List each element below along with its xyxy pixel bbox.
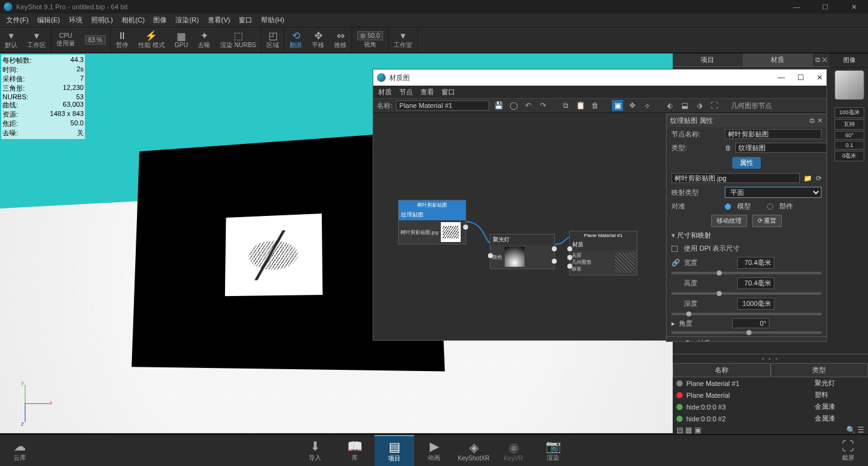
- menu-window[interactable]: 窗口: [235, 14, 256, 26]
- screenshot-button[interactable]: ⛶截屏: [828, 435, 868, 466]
- prop-undock-icon[interactable]: ⧉: [810, 117, 815, 125]
- use-dpi-checkbox[interactable]: [671, 246, 678, 252]
- project-button[interactable]: ▤项目: [374, 435, 414, 466]
- tool-link-icon[interactable]: ⟡: [642, 100, 653, 111]
- menu-edit[interactable]: 编辑(E): [33, 14, 64, 26]
- table-row[interactable]: hide:0:0:0 #3金属漆: [673, 401, 868, 413]
- keyvr-button[interactable]: ◉KeyVR: [494, 435, 533, 466]
- menu-file[interactable]: 文件(F): [2, 14, 32, 26]
- minimize-button[interactable]: —: [782, 0, 811, 14]
- param-4[interactable]: 0.1: [835, 141, 864, 150]
- library-button[interactable]: 📖库: [335, 435, 374, 466]
- close-button[interactable]: ✕: [839, 0, 868, 14]
- align-part-radio[interactable]: [767, 204, 773, 210]
- gpu-button[interactable]: ▦GPU: [170, 27, 193, 53]
- tab-attributes[interactable]: 属性: [732, 157, 761, 169]
- redo-icon[interactable]: ↷: [538, 100, 549, 111]
- dialog-maximize-button[interactable]: ☐: [797, 73, 804, 82]
- align-model-radio[interactable]: [725, 204, 731, 210]
- align-left-icon[interactable]: ⬖: [664, 100, 675, 111]
- menu-image[interactable]: 图像: [149, 14, 170, 26]
- move-texture-button[interactable]: 移动纹理: [711, 215, 747, 227]
- tab-project[interactable]: 项目: [673, 53, 743, 66]
- menu-help[interactable]: 帮助(H): [257, 14, 288, 26]
- node-name-input[interactable]: [725, 129, 822, 139]
- table-row[interactable]: Plane Material #1聚光灯: [673, 377, 868, 389]
- width-value[interactable]: 70.4毫米: [737, 257, 774, 269]
- tumble-button[interactable]: ⟲翻滚: [285, 27, 307, 53]
- cpu-button[interactable]: CPU使用量: [51, 27, 80, 53]
- cpu-usage-value[interactable]: 83 %: [80, 27, 110, 53]
- texture-node[interactable]: 树叶剪影贴图 纹理贴图 树叶剪影贴图.jpg: [398, 200, 466, 244]
- trash-icon[interactable]: 🗑: [725, 144, 732, 151]
- height-slider[interactable]: [671, 292, 822, 295]
- save-icon[interactable]: 💾: [493, 100, 504, 111]
- param-2[interactable]: 瓦特: [835, 119, 864, 130]
- nurbs-button[interactable]: ⬚渲染 NURBS: [215, 27, 261, 53]
- delete-icon[interactable]: 🗑: [590, 100, 601, 111]
- width-slider[interactable]: [671, 272, 822, 274]
- maptype-select[interactable]: 平面: [725, 187, 822, 198]
- menu-view[interactable]: 查看(V): [204, 14, 234, 26]
- menu-render[interactable]: 渲染(R): [172, 14, 202, 26]
- align-center-icon[interactable]: ⬓: [679, 100, 690, 111]
- spotlight-node[interactable]: 聚光灯 颜色: [490, 234, 555, 269]
- tool-pan-icon[interactable]: ✥: [627, 100, 638, 111]
- default-button[interactable]: ▾默认: [0, 27, 22, 53]
- render-button[interactable]: 📷渲染: [533, 435, 573, 466]
- keyshotxr-button[interactable]: ◈KeyShotXR: [454, 435, 494, 466]
- panel-undock-icon[interactable]: ⧉ ✕: [813, 56, 830, 64]
- col-type[interactable]: 类型: [771, 363, 869, 377]
- undo-icon[interactable]: ↶: [523, 100, 534, 111]
- dlg-menu-material[interactable]: 材质: [378, 87, 392, 97]
- dialog-titlebar[interactable]: 材质图 — ☐ ✕: [373, 69, 826, 86]
- folder-icon[interactable]: 📁: [804, 174, 812, 182]
- dialog-minimize-button[interactable]: —: [777, 73, 785, 82]
- menu-camera[interactable]: 相机(C): [118, 14, 148, 26]
- refresh-icon[interactable]: ⟳: [816, 174, 822, 182]
- pan-button[interactable]: ✥平移: [307, 27, 329, 53]
- param-1[interactable]: 100毫米: [835, 107, 864, 118]
- copy-icon[interactable]: ⧉: [560, 100, 571, 111]
- depth-value[interactable]: 1000毫米: [737, 298, 774, 310]
- paste-icon[interactable]: 📋: [575, 100, 586, 111]
- denoise-button[interactable]: ✦去噪: [193, 27, 215, 53]
- material-name-input[interactable]: [396, 101, 489, 110]
- import-button[interactable]: ⬇导入: [295, 435, 335, 466]
- tool-select-icon[interactable]: ▣: [612, 100, 623, 111]
- geom-node-label[interactable]: 几何图形节点: [731, 101, 772, 110]
- tab-image[interactable]: 图像: [831, 53, 868, 68]
- dlg-menu-node[interactable]: 节点: [399, 87, 413, 97]
- animation-button[interactable]: ▶动画: [414, 435, 454, 466]
- properties-title[interactable]: 纹理贴图 属性 ⧉✕: [666, 114, 826, 127]
- align-right-icon[interactable]: ⬗: [694, 100, 705, 111]
- texture-file-input[interactable]: [671, 173, 800, 183]
- param-3[interactable]: 60°: [835, 131, 864, 140]
- type-select[interactable]: [735, 143, 827, 153]
- fit-icon[interactable]: ⛶: [709, 100, 720, 111]
- circle-icon[interactable]: ◯: [508, 100, 519, 111]
- link-icon[interactable]: 🔗: [671, 259, 680, 267]
- dlg-menu-window[interactable]: 窗口: [441, 87, 455, 97]
- tab-material[interactable]: 材质: [743, 53, 813, 66]
- reset-button[interactable]: ⟳ 重置: [752, 215, 782, 227]
- material-node[interactable]: Plane Material #1 材质 表面几何图形标签: [569, 231, 637, 276]
- table-row[interactable]: Plane Material塑料: [673, 389, 868, 401]
- angle-slider[interactable]: [671, 331, 822, 334]
- dolly-button[interactable]: ⇔推移: [329, 27, 352, 53]
- material-tree-root[interactable]: —材质: [666, 337, 826, 342]
- param-5[interactable]: 0毫米: [835, 151, 864, 161]
- table-row[interactable]: hide:0:0:0 #2金属漆: [673, 413, 868, 424]
- drag-handle[interactable]: • • •: [673, 354, 868, 363]
- dlg-menu-view[interactable]: 查看: [420, 87, 434, 97]
- region-button[interactable]: ◰区域: [262, 27, 284, 53]
- workspace-button[interactable]: ▾工作区: [22, 27, 51, 53]
- dialog-close-button[interactable]: ✕: [817, 73, 823, 82]
- fov-button[interactable]: ⊞50.0视角: [352, 27, 388, 53]
- depth-slider[interactable]: [671, 313, 822, 315]
- prop-close-icon[interactable]: ✕: [817, 117, 823, 125]
- maximize-button[interactable]: ☐: [811, 0, 839, 14]
- perf-mode-button[interactable]: ⚡性能 模式: [133, 27, 170, 53]
- angle-value[interactable]: 0°: [732, 318, 769, 328]
- material-thumbnail[interactable]: [835, 70, 864, 100]
